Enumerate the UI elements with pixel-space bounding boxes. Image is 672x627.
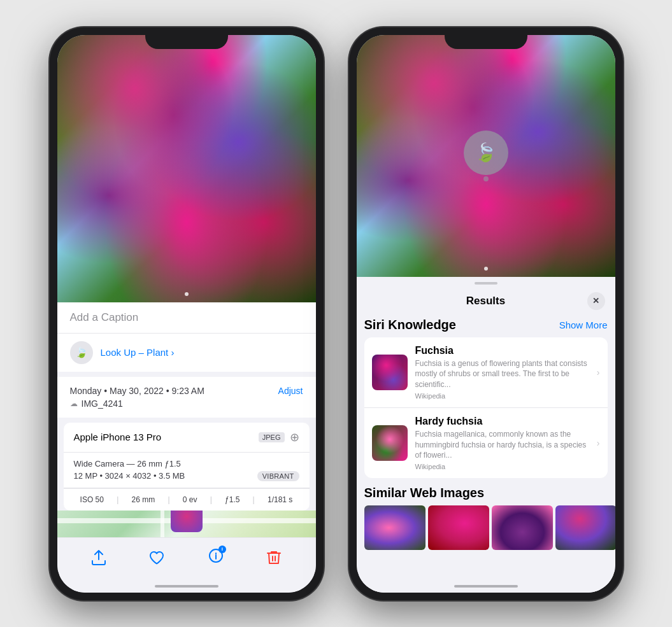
filename-row: ☁ IMG_4241 — [70, 398, 303, 409]
hardy-desc: Fuchsia magellanica, commonly known as t… — [415, 429, 589, 461]
left-phone: Add a Caption 🍃 Look Up – Plant › Monday… — [50, 27, 324, 600]
favorite-button[interactable] — [149, 551, 164, 565]
results-sheet: Results ✕ Siri Knowledge Show More — [357, 277, 615, 593]
info-badge: i — [218, 546, 226, 553]
web-images-row — [364, 505, 608, 550]
phones-container: Add a Caption 🍃 Look Up – Plant › Monday… — [50, 27, 623, 600]
share-button[interactable] — [92, 550, 106, 565]
siri-knowledge-title: Siri Knowledge — [364, 318, 456, 332]
exif-aperture: ƒ1.5 — [225, 495, 239, 504]
knowledge-card: Fuchsia Fuchsia is a genus of flowering … — [364, 337, 608, 479]
delete-button[interactable] — [267, 550, 281, 565]
toolbar: i — [57, 537, 316, 580]
map-road-v — [161, 511, 164, 537]
home-bar — [155, 585, 218, 588]
camera-row: Wide Camera — 26 mm ƒ1.5 12 MP • 3024 × … — [64, 453, 310, 488]
siri-bubble: 🍃 — [464, 130, 508, 175]
photo-area-right: 🍃 — [357, 35, 615, 277]
hardy-chevron: › — [597, 438, 600, 448]
filename-text: IMG_4241 — [82, 398, 123, 409]
results-content: Siri Knowledge Show More Fuchsia Fuchsia… — [357, 318, 615, 580]
photo-area-left — [57, 35, 316, 302]
exif-shutter: 1/181 s — [268, 495, 292, 504]
hardy-name: Hardy fuchsia — [415, 416, 589, 427]
fuchsia-text: Fuchsia Fuchsia is a genus of flowering … — [415, 345, 589, 400]
fuchsia-thumbnail — [372, 355, 408, 390]
camera-line: Wide Camera — 26 mm ƒ1.5 — [74, 459, 299, 468]
lookup-row[interactable]: 🍃 Look Up – Plant › — [57, 334, 316, 372]
exif-ev: 0 ev — [183, 495, 197, 504]
fuchsia-desc: Fuchsia is a genus of flowering plants t… — [415, 358, 589, 390]
web-image-2[interactable] — [428, 505, 489, 550]
web-image-3[interactable] — [492, 505, 553, 550]
map-thumbnail — [171, 511, 203, 532]
close-button[interactable]: ✕ — [587, 292, 605, 310]
knowledge-item-fuchsia[interactable]: Fuchsia Fuchsia is a genus of flowering … — [364, 337, 608, 408]
device-name: Apple iPhone 13 Pro — [74, 432, 162, 442]
exif-row: ISO 50 | 26 mm | 0 ev | ƒ1.5 | 1/181 s — [64, 488, 310, 511]
hardy-source: Wikipedia — [415, 463, 589, 470]
siri-leaf-icon: 🍃 — [475, 142, 497, 163]
location-icon: ⊕ — [290, 430, 299, 444]
caption-placeholder: Add a Caption — [70, 311, 139, 323]
home-indicator-right — [357, 580, 615, 593]
mp-row: 12 MP • 3024 × 4032 • 3.5 MB VIBRANT — [74, 471, 299, 481]
page-dot-right — [484, 267, 488, 271]
mp-text: 12 MP • 3024 × 4032 • 3.5 MB — [74, 471, 185, 481]
adjust-button[interactable]: Adjust — [278, 386, 303, 396]
device-badges: JPEG ⊕ — [259, 430, 299, 444]
lookup-icon: 🍃 — [70, 341, 93, 364]
vibrant-badge: VIBRANT — [257, 471, 299, 481]
left-phone-inner: Add a Caption 🍃 Look Up – Plant › Monday… — [57, 35, 316, 593]
exif-focal: 26 mm — [132, 495, 155, 504]
info-icon-badge: i — [208, 548, 224, 567]
results-title: Results — [385, 295, 587, 307]
exif-iso: ISO 50 — [80, 495, 104, 504]
home-indicator — [57, 580, 316, 593]
web-images-title: Similar Web Images — [364, 486, 608, 500]
show-more-button[interactable]: Show More — [559, 320, 608, 330]
device-row: Apple iPhone 13 Pro JPEG ⊕ — [64, 423, 310, 453]
map-thumb-flower — [171, 511, 203, 532]
siri-knowledge-header: Siri Knowledge Show More — [364, 318, 608, 332]
map-area[interactable] — [57, 511, 316, 537]
info-button[interactable]: i — [208, 548, 224, 567]
siri-bubble-dot — [483, 176, 489, 181]
home-bar-right — [454, 585, 518, 588]
device-section: Apple iPhone 13 Pro JPEG ⊕ Wide Camera —… — [64, 423, 310, 511]
date-row: Monday • May 30, 2022 • 9:23 AM Adjust — [70, 386, 303, 396]
flower-background — [57, 35, 316, 302]
fuchsia-source: Wikipedia — [415, 392, 589, 400]
fuchsia-name: Fuchsia — [415, 345, 589, 356]
knowledge-item-hardy-fuchsia[interactable]: Hardy fuchsia Fuchsia magellanica, commo… — [364, 408, 608, 478]
web-image-4[interactable] — [555, 505, 615, 550]
lookup-label: Look Up – Plant › — [101, 347, 175, 358]
hardy-text: Hardy fuchsia Fuchsia magellanica, commo… — [415, 416, 589, 470]
right-phone-inner: 🍃 Results ✕ Siri Knowledge Show Mo — [357, 35, 615, 593]
hardy-thumb-bg — [372, 425, 408, 461]
results-header: Results ✕ — [357, 287, 615, 318]
hardy-thumbnail — [372, 425, 408, 461]
info-section: Monday • May 30, 2022 • 9:23 AM Adjust ☁… — [57, 377, 316, 418]
caption-area[interactable]: Add a Caption — [57, 302, 316, 334]
web-image-1[interactable] — [364, 505, 425, 550]
cloud-icon: ☁ — [70, 399, 78, 408]
web-images-section: Similar Web Images — [364, 486, 608, 550]
fuchsia-thumb-bg — [372, 355, 408, 390]
date-text: Monday • May 30, 2022 • 9:23 AM — [70, 386, 204, 396]
format-badge: JPEG — [259, 432, 285, 442]
sheet-handle — [475, 282, 497, 285]
fuchsia-chevron: › — [597, 367, 600, 377]
page-dot — [185, 292, 189, 296]
right-phone: 🍃 Results ✕ Siri Knowledge Show Mo — [349, 27, 623, 600]
